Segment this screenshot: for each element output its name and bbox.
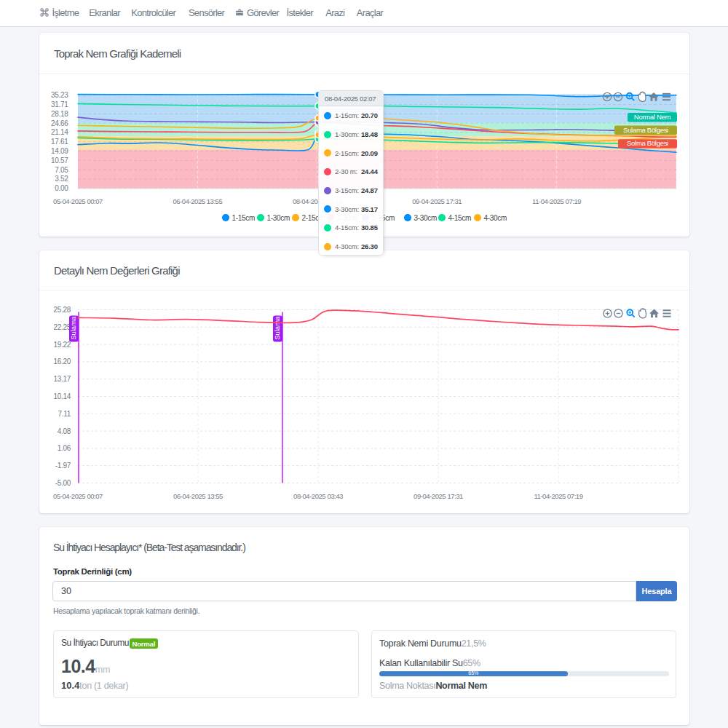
- svg-text:1.06: 1.06: [58, 444, 71, 452]
- svg-text:13.17: 13.17: [53, 375, 71, 383]
- svg-text:7.05: 7.05: [55, 166, 68, 174]
- svg-text:7.11: 7.11: [58, 410, 71, 418]
- svg-text:31.71: 31.71: [51, 100, 68, 108]
- svg-text:17.61: 17.61: [51, 138, 68, 146]
- svg-text:Sulama Bölgesi: Sulama Bölgesi: [623, 126, 668, 134]
- svg-text:-5.00: -5.00: [55, 479, 71, 487]
- svg-text:Normal Nem: Normal Nem: [634, 113, 671, 121]
- svg-text:21.14: 21.14: [51, 128, 68, 136]
- svg-text:10.57: 10.57: [51, 157, 68, 165]
- svg-text:11-04-2025 07:19: 11-04-2025 07:19: [534, 492, 582, 500]
- svg-text:05-04-2025 00:07: 05-04-2025 00:07: [53, 197, 103, 205]
- svg-text:05-04-2025 00:07: 05-04-2025 00:07: [53, 492, 103, 500]
- svg-text:14.09: 14.09: [51, 147, 68, 155]
- svg-text:09-04-2025 17:31: 09-04-2025 17:31: [412, 197, 462, 205]
- svg-text:-1.97: -1.97: [55, 462, 71, 470]
- svg-text:08-04-2025 03:43: 08-04-2025 03:43: [293, 492, 343, 500]
- svg-text:16.20: 16.20: [53, 357, 71, 365]
- svg-text:06-04-2025 13:55: 06-04-2025 13:55: [173, 197, 222, 205]
- svg-text:Sulama: Sulama: [273, 316, 281, 340]
- svg-text:3.52: 3.52: [55, 175, 68, 183]
- svg-text:09-04-2025 17:31: 09-04-2025 17:31: [414, 492, 463, 500]
- svg-text:35.23: 35.23: [51, 91, 68, 99]
- svg-text:22.25: 22.25: [53, 323, 71, 331]
- svg-text:0.00: 0.00: [55, 184, 68, 192]
- svg-text:4.08: 4.08: [58, 427, 71, 435]
- svg-text:Sulama: Sulama: [69, 316, 77, 340]
- svg-text:Solma Bölgesi: Solma Bölgesi: [627, 139, 668, 147]
- svg-text:24.66: 24.66: [51, 119, 68, 127]
- svg-text:10.14: 10.14: [53, 392, 71, 400]
- svg-text:11-04-2025 07:19: 11-04-2025 07:19: [532, 197, 581, 205]
- svg-text:28.18: 28.18: [51, 110, 68, 118]
- svg-text:19.22: 19.22: [53, 341, 71, 349]
- svg-text:06-04-2025 13:55: 06-04-2025 13:55: [173, 492, 223, 500]
- svg-text:25.28: 25.28: [53, 306, 71, 314]
